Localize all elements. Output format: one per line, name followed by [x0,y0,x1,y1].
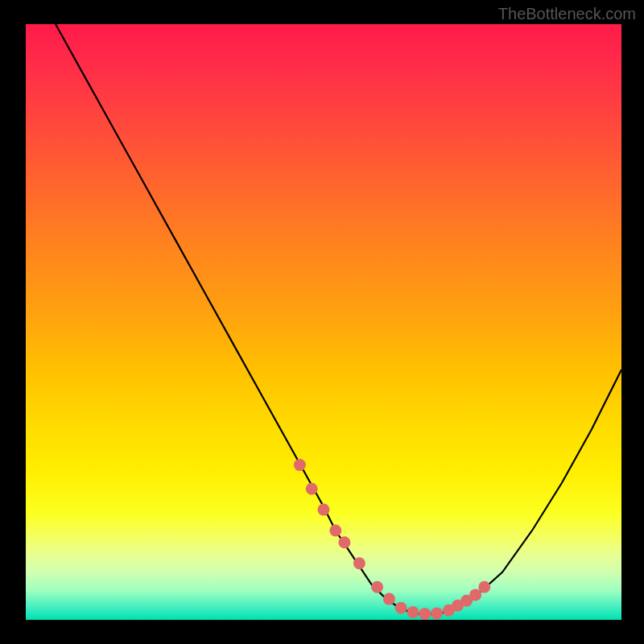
plot-area [26,24,621,620]
marker-point [395,602,407,614]
marker-point [329,525,341,537]
marker-point [371,581,383,593]
marker-point [419,608,431,620]
attribution-text: TheBottleneck.com [498,5,636,23]
marker-point [478,581,490,593]
marker-group [294,459,490,620]
marker-point [294,459,306,471]
marker-point [353,557,365,569]
chart-overlay [26,24,621,620]
marker-point [407,606,419,618]
marker-point [431,607,443,619]
marker-point [318,504,330,516]
marker-point [306,483,318,495]
marker-point [338,536,350,548]
marker-point [383,593,395,605]
